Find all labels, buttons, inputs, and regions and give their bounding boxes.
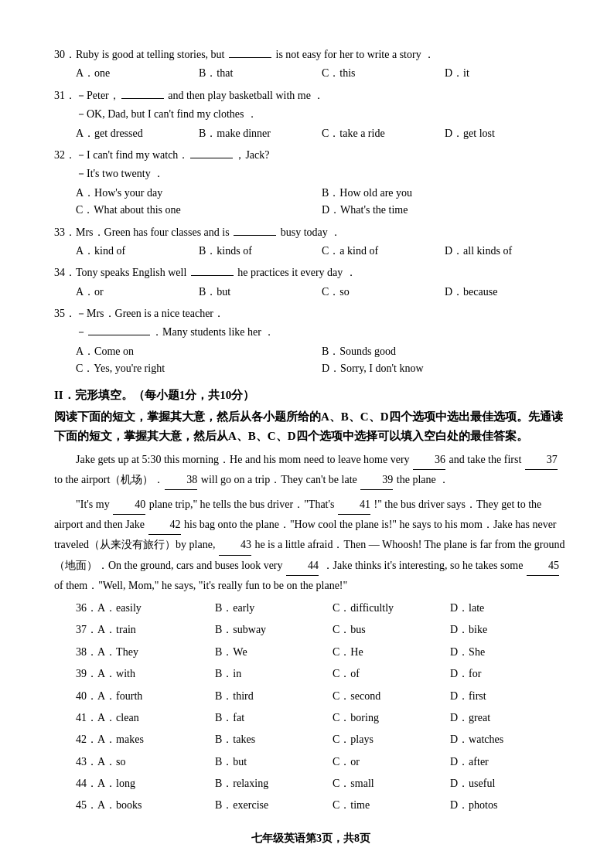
q45-optA: A．books <box>97 797 215 814</box>
q36-optA: A．easily <box>97 600 215 617</box>
q34-optC: C．so <box>322 284 445 301</box>
q37-num: 37． <box>76 621 97 638</box>
q33-blank <box>234 235 276 236</box>
q43-options: 43． A．so B．but C．or D．after <box>76 754 568 771</box>
q45-optD: D．photos <box>450 797 568 814</box>
q39-optD: D．for <box>450 665 568 682</box>
passage-para2: "It's my 40 plane trip," he tells the bu… <box>54 495 568 595</box>
q42-optC: C．plays <box>333 731 450 748</box>
q30-optC: C．this <box>322 65 445 82</box>
cloze-q43: 43． A．so B．but C．or D．after <box>54 754 568 771</box>
q43-optA: A．so <box>97 754 215 771</box>
q30-text: Ruby is good at telling stories, but is … <box>76 46 568 63</box>
q42-num: 42． <box>76 731 97 748</box>
q33-optD: D．all kinds of <box>445 243 568 260</box>
q32-optD: D．What's the time <box>322 202 568 219</box>
q31-text1: －Peter， and then play basketball with me… <box>76 87 568 104</box>
q40-optA: A．fourth <box>97 688 215 705</box>
q35-num: 35． <box>54 305 76 322</box>
q43-optB: B．but <box>215 754 333 771</box>
q34-optA: A．or <box>76 284 199 301</box>
q40-optC: C．second <box>333 688 450 705</box>
question-35: 35． －Mrs．Green is a nice teacher． －．Many… <box>54 305 568 378</box>
q44-num: 44． <box>76 775 97 792</box>
q42-options: 42． A．makes B．takes C．plays D．watches <box>76 731 568 748</box>
q40-num: 40． <box>76 688 97 705</box>
q45-num: 45． <box>76 797 97 814</box>
section2-instruction: 阅读下面的短文，掌握其大意，然后从各小题所给的A、B、C、D四个选项中选出最佳选… <box>54 407 568 447</box>
q41-num: 41． <box>76 710 97 727</box>
q41-options: 41． A．clean B．fat C．boring D．great <box>76 710 568 727</box>
blank-45: 45 <box>527 556 559 576</box>
q38-optD: D．She <box>450 644 568 661</box>
q31-options: A．get dressed B．make dinner C．take a rid… <box>76 125 568 142</box>
q39-optB: B．in <box>215 665 333 682</box>
blank-41: 41 <box>338 495 370 515</box>
q32-text1: －I can't find my watch．，Jack? <box>76 147 568 164</box>
cloze-q44: 44． A．long B．relaxing C．small D．useful <box>54 775 568 792</box>
q44-options: 44． A．long B．relaxing C．small D．useful <box>76 775 568 792</box>
q34-options: A．or B．but C．so D．because <box>76 284 568 301</box>
q35-options: A．Come on B．Sounds good C．Yes, you're ri… <box>76 343 568 378</box>
q33-optA: A．kind of <box>76 243 199 260</box>
q31-optB: B．make dinner <box>199 125 322 142</box>
q34-num: 34． <box>54 264 76 281</box>
q32-optA: A．How's your day <box>76 185 322 202</box>
question-31: 31． －Peter， and then play basketball wit… <box>54 87 568 142</box>
q34-optB: B．but <box>199 284 322 301</box>
q30-num: 30． <box>54 46 76 63</box>
q43-optC: C．or <box>333 754 450 771</box>
q31-optD: D．get lost <box>445 125 568 142</box>
q32-optC: C．What about this one <box>76 202 322 219</box>
q32-num: 32． <box>54 147 76 164</box>
q45-options: 45． A．books B．exercise C．time D．photos <box>76 797 568 814</box>
cloze-q42: 42． A．makes B．takes C．plays D．watches <box>54 731 568 748</box>
q32-optB: B．How old are you <box>322 185 568 202</box>
footer-text: 七年级英语第3页，共8页 <box>54 830 568 847</box>
q38-options: 38． A．They B．We C．He D．She <box>76 644 568 661</box>
q40-optB: B．third <box>215 688 333 705</box>
q36-optD: D．late <box>450 600 568 617</box>
q45-optB: B．exercise <box>215 797 333 814</box>
q45-optC: C．time <box>333 797 450 814</box>
question-33: 33． Mrs．Green has four classes and is bu… <box>54 224 568 260</box>
q38-num: 38． <box>76 644 97 661</box>
q39-optC: C．of <box>333 665 450 682</box>
q31-optA: A．get dressed <box>76 125 199 142</box>
q31-optC: C．take a ride <box>322 125 445 142</box>
q33-text: Mrs．Green has four classes and is busy t… <box>76 224 568 241</box>
section2-header: II．完形填空。（每小题1分，共10分） <box>54 386 568 404</box>
q30-blank <box>229 57 271 58</box>
q32-text2: －It's two twenty ． <box>76 165 568 182</box>
q31-blank <box>121 98 164 99</box>
q31-num: 31． <box>54 87 76 104</box>
q36-options: 36． A．easily B．early C．difficultly D．lat… <box>76 600 568 617</box>
q39-num: 39． <box>76 665 97 682</box>
q37-optA: A．train <box>97 621 215 638</box>
q37-optC: C．bus <box>333 621 450 638</box>
passage-para1: Jake gets up at 5:30 this morning．He and… <box>54 450 568 490</box>
q35-optA: A．Come on <box>76 343 322 360</box>
q43-optD: D．after <box>450 754 568 771</box>
blank-36: 36 <box>413 450 445 470</box>
q43-num: 43． <box>76 754 97 771</box>
q40-options: 40． A．fourth B．third C．second D．first <box>76 688 568 705</box>
cloze-q41: 41． A．clean B．fat C．boring D．great <box>54 710 568 727</box>
q36-optC: C．difficultly <box>333 600 450 617</box>
q40-optD: D．first <box>450 688 568 705</box>
q33-num: 33． <box>54 224 76 241</box>
cloze-q38: 38． A．They B．We C．He D．She <box>54 644 568 661</box>
q31-text2: －OK, Dad, but I can't find my clothes ． <box>76 106 568 123</box>
blank-38: 38 <box>165 470 197 490</box>
q36-optB: B．early <box>215 600 333 617</box>
q35-optD: D．Sorry, I don't know <box>322 360 568 377</box>
q41-optD: D．great <box>450 710 568 727</box>
q38-optC: C．He <box>333 644 450 661</box>
q32-options: A．How's your day B．How old are you C．Wha… <box>76 185 568 220</box>
q33-optC: C．a kind of <box>322 243 445 260</box>
cloze-q37: 37． A．train B．subway C．bus D．bike <box>54 621 568 638</box>
q34-text: Tony speaks English well he practices it… <box>76 264 568 281</box>
q42-optD: D．watches <box>450 731 568 748</box>
q41-optC: C．boring <box>333 710 450 727</box>
q35-optC: C．Yes, you're right <box>76 360 322 377</box>
